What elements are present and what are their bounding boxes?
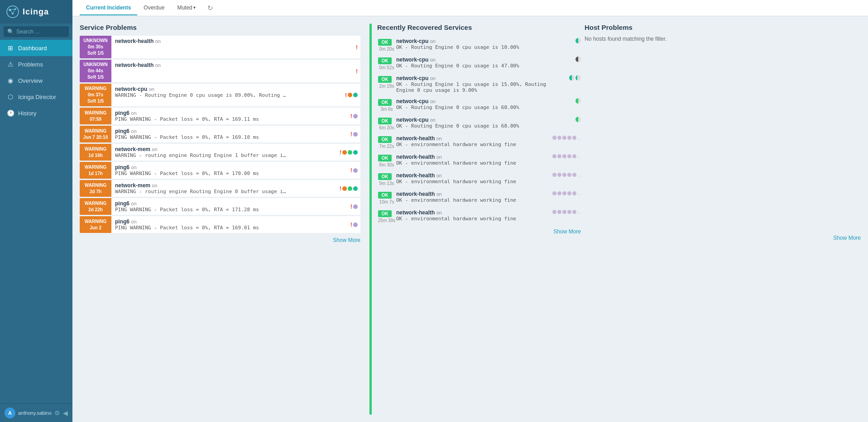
status-dot-icon	[353, 132, 358, 137]
overview-icon: ◉	[6, 77, 14, 84]
recovery-service-name[interactable]: network-cpu on	[396, 98, 572, 104]
problem-details: ping6 on PING WARNING - Packet loss = 0%…	[111, 126, 348, 142]
service-name[interactable]: ping6 on	[115, 164, 344, 171]
service-problems-show-more[interactable]: Show More	[80, 234, 360, 246]
recovered-show-more[interactable]: Show More	[377, 226, 581, 237]
recovery-service-name[interactable]: network-health on	[396, 135, 549, 142]
recovery-details: network-cpu on OK - Routing Engine 0 cpu…	[396, 98, 572, 110]
recovery-details: network-health on OK - environmental har…	[396, 172, 549, 185]
recovered-row[interactable]: OK7m 22snetwork-health on OK - environme…	[377, 133, 581, 152]
service-name[interactable]: ping6 on	[115, 110, 344, 116]
ok-status-column: OK3m 6s	[377, 98, 396, 112]
sidebar-item-overview[interactable]: ◉ Overview	[0, 72, 72, 89]
recovery-service-name[interactable]: network-health on	[396, 191, 549, 197]
ellipsis-icon: ...	[577, 172, 581, 177]
half-circle-icon	[569, 75, 575, 81]
status-badge: WARNING2d 22h	[80, 198, 111, 215]
recovered-row[interactable]: OK0m 20snetwork-cpu on OK - Routing Engi…	[377, 36, 581, 54]
service-problem-row[interactable]: UNKNOWN0m 30sSoft 1/5network-health on !	[80, 36, 360, 58]
recovered-row[interactable]: OK8m 30snetwork-health on OK - environme…	[377, 152, 581, 170]
avatar: A	[5, 408, 15, 418]
recovery-service-name[interactable]: network-health on	[396, 154, 549, 160]
problem-details: network-mem on WARNING - routing engine …	[111, 144, 337, 161]
recovered-row[interactable]: OK10m 7snetwork-health on OK - environme…	[377, 189, 581, 207]
recovery-message: OK - environmental hardware working fine	[396, 160, 549, 166]
service-name[interactable]: network-health on	[115, 38, 350, 44]
grey-dot-icon	[562, 154, 566, 158]
service-name[interactable]: network-mem on	[115, 146, 333, 152]
problem-message: WARNING - routing engine Routing Engine …	[115, 152, 287, 158]
recovery-time: 0m 20s	[379, 47, 394, 52]
problem-details: network-mem on WARNING - routing engine …	[111, 180, 337, 197]
grey-dot-icon	[572, 136, 576, 140]
service-name[interactable]: network-health on	[115, 62, 350, 68]
recovery-service-name[interactable]: network-cpu on	[396, 75, 566, 81]
sidebar-item-label: Problems	[18, 61, 43, 68]
ok-status-column: OK2m 19s	[377, 75, 396, 89]
recovered-row[interactable]: OK9m 13snetwork-health on OK - environme…	[377, 170, 581, 189]
tab-overdue[interactable]: Overdue	[137, 1, 171, 15]
status-dot-icon	[348, 186, 352, 191]
host-problems-show-more[interactable]: Show More	[585, 232, 861, 244]
recovered-row[interactable]: OK25m 39snetwork-health on OK - environm…	[377, 207, 581, 226]
recovery-details: network-cpu on OK - Routing Engine 1 cpu…	[396, 75, 566, 93]
search-box[interactable]: 🔍	[4, 26, 69, 37]
svg-point-0	[7, 6, 19, 18]
exclamation-icon: !	[350, 167, 352, 174]
recovery-message: OK - Routing Engine 0 cpu usage is 68.00…	[396, 123, 572, 129]
tab-current-incidents[interactable]: Current Incidents	[80, 1, 137, 15]
status-dot-icon	[353, 93, 358, 97]
service-problem-row[interactable]: WARNING2d 22hping6 on PING WARNING - Pac…	[80, 198, 360, 215]
status-dot-icon	[353, 168, 358, 173]
recovery-time: 10m 7s	[379, 199, 394, 204]
recovery-service-name[interactable]: network-health on	[396, 172, 549, 179]
service-problem-row[interactable]: WARNINGJun 7 20:10ping6 on PING WARNING …	[80, 126, 360, 142]
service-name[interactable]: network-cpu on	[115, 86, 339, 92]
recovered-row[interactable]: OK0m 52snetwork-cpu on OK - Routing Engi…	[377, 54, 581, 73]
problem-icons: !	[348, 198, 360, 215]
recovery-service-name[interactable]: network-cpu on	[396, 117, 572, 123]
problem-icons: !	[337, 180, 360, 197]
tab-muted[interactable]: Muted ▾	[171, 1, 201, 15]
recovery-dots	[566, 75, 581, 81]
recovery-details: network-cpu on OK - Routing Engine 0 cpu…	[396, 38, 572, 50]
sidebar-item-dashboard[interactable]: ⊞ Dashboard	[0, 40, 72, 56]
refresh-button[interactable]: ↻	[206, 2, 215, 14]
service-name[interactable]: network-mem on	[115, 182, 333, 189]
recovery-time: 3m 6s	[380, 107, 393, 112]
recovered-row[interactable]: OK3m 6snetwork-cpu on OK - Routing Engin…	[377, 96, 581, 114]
chevron-down-icon[interactable]: ▾	[193, 5, 196, 10]
search-input[interactable]	[16, 28, 65, 35]
service-name[interactable]: ping6 on	[115, 128, 344, 134]
svg-line-6	[13, 9, 15, 14]
director-icon: ⬡	[6, 93, 14, 100]
recovered-row[interactable]: OK6m 20snetwork-cpu on OK - Routing Engi…	[377, 114, 581, 133]
ok-badge: OK	[378, 210, 392, 217]
service-problem-row[interactable]: WARNINGJun 2ping6 on PING WARNING - Pack…	[80, 216, 360, 233]
collapse-icon[interactable]: ◀	[63, 409, 68, 417]
status-dot-icon	[342, 150, 347, 155]
sidebar-item-icinga-director[interactable]: ⬡ Icinga Director	[0, 89, 72, 105]
ok-badge: OK	[378, 173, 392, 180]
service-problem-row[interactable]: WARNING0m 37sSoft 1/5network-cpu on WARN…	[80, 84, 360, 106]
service-name[interactable]: ping6 on	[115, 218, 344, 225]
sidebar-item-history[interactable]: 🕐 History	[0, 105, 72, 121]
recovered-row[interactable]: OK2m 19snetwork-cpu on OK - Routing Engi…	[377, 73, 581, 96]
service-problem-row[interactable]: UNKNOWN0m 44sSoft 1/5network-health on !	[80, 60, 360, 82]
ok-status-column: OK7m 22s	[377, 135, 396, 149]
recovery-service-name[interactable]: network-health on	[396, 209, 549, 216]
sidebar-item-problems[interactable]: ⚠ Problems	[0, 56, 72, 72]
recovery-service-name[interactable]: network-cpu on	[396, 38, 572, 44]
service-problem-row[interactable]: WARNING2d 7hnetwork-mem on WARNING - rou…	[80, 180, 360, 197]
status-badge: WARNING0m 37sSoft 1/5	[80, 84, 111, 106]
problem-details: network-cpu on WARNING - Routing Engine …	[111, 84, 342, 106]
exclamation-icon: !	[356, 44, 358, 51]
service-problem-row[interactable]: WARNING1d 17hping6 on PING WARNING - Pac…	[80, 162, 360, 179]
problem-icons: !	[337, 144, 360, 161]
recovery-service-name[interactable]: network-cpu on	[396, 57, 572, 63]
service-problem-row[interactable]: WARNING07:59ping6 on PING WARNING - Pack…	[80, 108, 360, 124]
service-problem-row[interactable]: WARNING1d 16hnetwork-mem on WARNING - ro…	[80, 144, 360, 161]
problem-message: PING WARNING - Packet loss = 0%, RTA = 1…	[115, 207, 287, 213]
service-name[interactable]: ping6 on	[115, 200, 344, 207]
gear-icon[interactable]: ⚙	[54, 409, 60, 417]
